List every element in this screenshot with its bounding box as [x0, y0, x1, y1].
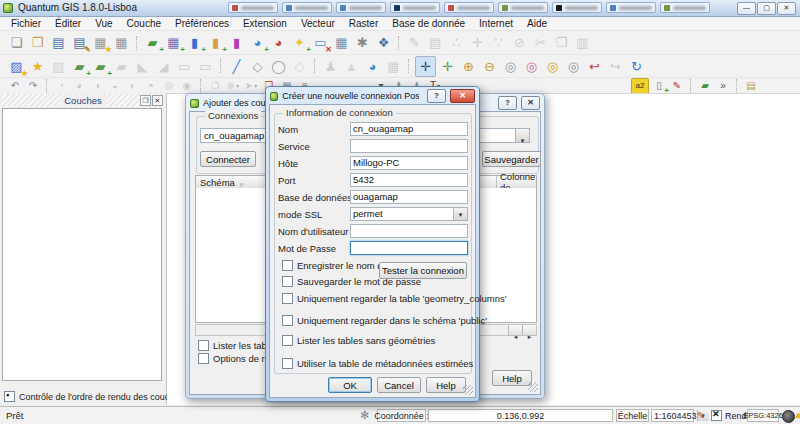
scale-combobox[interactable]: 1:1604453: [651, 409, 694, 422]
add-wms-layer-icon[interactable]: ◕+: [248, 33, 267, 52]
redo-icon[interactable]: ↷: [25, 79, 41, 93]
open-project-icon[interactable]: ❐: [28, 33, 47, 52]
measure-line-icon[interactable]: ╱: [227, 57, 246, 76]
cancel-button[interactable]: Cancel: [377, 377, 421, 393]
port-input[interactable]: 5432: [350, 173, 468, 187]
service-input[interactable]: [350, 139, 468, 153]
refresh-map-icon[interactable]: ↻: [627, 57, 646, 76]
python-console-icon[interactable]: ❖: [374, 33, 393, 52]
scroll-left-icon[interactable]: [508, 325, 522, 335]
zoom-full-icon[interactable]: ◎: [564, 57, 583, 76]
password-input[interactable]: [350, 241, 468, 255]
add-raster-layer-icon[interactable]: ▦+: [164, 33, 183, 52]
pan-map-icon[interactable]: ✛: [415, 56, 436, 77]
help-button[interactable]: ?: [427, 89, 446, 103]
scroll-right-icon[interactable]: [522, 325, 536, 335]
save-project-as-icon[interactable]: ▤✎: [70, 33, 89, 52]
zoom-out-icon[interactable]: ⊖: [480, 57, 499, 76]
search-options-checkbox[interactable]: [198, 353, 209, 364]
close-button[interactable]: ✕: [777, 2, 796, 15]
add-spatialite-layer-icon[interactable]: ▮+: [206, 33, 225, 52]
menu-item-4[interactable]: Couche: [120, 18, 168, 29]
panel-close-button[interactable]: ✕: [152, 95, 163, 106]
plugin-key-icon[interactable]: ✱: [353, 33, 372, 52]
menu-item-2[interactable]: Éditer: [48, 18, 88, 29]
menu-item-3[interactable]: Vue: [88, 18, 119, 29]
menu-item-9[interactable]: Base de donnée: [385, 18, 472, 29]
maximize-button[interactable]: ▢: [757, 2, 776, 15]
add-ring-icon[interactable]: ▰+: [70, 57, 89, 76]
show-bookmarks-icon[interactable]: ★: [28, 57, 47, 76]
window-tab-1[interactable]: [228, 2, 278, 13]
window-tab-8[interactable]: [606, 2, 656, 13]
window-tab-9[interactable]: [660, 2, 710, 13]
zoom-to-layer-icon[interactable]: ◎: [543, 57, 562, 76]
chevron-down-icon[interactable]: [453, 208, 467, 220]
menu-item-1[interactable]: Fichier: [4, 18, 48, 29]
bg-help-button[interactable]: Help: [492, 370, 532, 386]
resize-grip[interactable]: [463, 385, 473, 395]
menu-item-6[interactable]: Extension: [236, 18, 294, 29]
ok-button[interactable]: OK: [328, 377, 372, 393]
tables-without-geometry-checkbox[interactable]: [282, 335, 293, 346]
menu-item-7[interactable]: Vecteur: [294, 18, 342, 29]
window-tab-7[interactable]: [552, 2, 602, 13]
web-globe-icon[interactable]: ◕: [363, 57, 382, 76]
measure-angle-icon[interactable]: ◯: [269, 57, 288, 76]
save-password-checkbox[interactable]: [282, 276, 293, 287]
save-connection-button[interactable]: Sauvegarder: [482, 151, 541, 167]
zoom-in-icon[interactable]: ⊕: [459, 57, 478, 76]
window-tab-6[interactable]: [498, 2, 548, 13]
database-input[interactable]: ouagamap: [350, 190, 468, 204]
add-vector-layer-icon[interactable]: ▰+: [143, 33, 162, 52]
menu-item-10[interactable]: Internet: [472, 18, 520, 29]
zoom-to-selection-icon[interactable]: ◎: [522, 57, 541, 76]
resize-grip[interactable]: [528, 382, 538, 392]
gps-information-icon[interactable]: ▯+: [651, 79, 667, 93]
window-tab-2[interactable]: [282, 2, 332, 13]
schema-column-header[interactable]: Schéma: [196, 177, 235, 188]
new-project-icon[interactable]: ❏: [7, 33, 26, 52]
add-postgis-layer-icon[interactable]: ▮+: [185, 33, 204, 52]
connect-button[interactable]: Connecter: [200, 151, 256, 167]
save-username-checkbox[interactable]: [282, 260, 293, 271]
measure-area-icon[interactable]: ◇: [248, 57, 267, 76]
zoom-native-icon[interactable]: ◎: [501, 57, 520, 76]
annotation-pencil-icon[interactable]: ✎: [669, 79, 685, 93]
composer-manager-icon[interactable]: ▦: [112, 33, 131, 52]
fg-help-button[interactable]: Help: [426, 377, 466, 393]
remove-layer-icon[interactable]: ▭✕: [311, 33, 330, 52]
name-input[interactable]: cn_ouagamap: [350, 122, 468, 136]
window-tab-5[interactable]: [444, 2, 494, 13]
layers-list[interactable]: [2, 108, 162, 381]
render-order-checkbox[interactable]: [4, 391, 15, 402]
add-part-icon[interactable]: ▰+: [91, 57, 110, 76]
crs-status-button[interactable]: EPSG:4326: [747, 409, 779, 422]
open-attribute-table-icon[interactable]: ▦: [332, 33, 351, 52]
window-tab-3[interactable]: [336, 2, 386, 13]
add-oracle-layer-icon[interactable]: ▮: [227, 33, 246, 52]
menu-item-8[interactable]: Raster: [342, 18, 385, 29]
close-button[interactable]: ✕: [450, 89, 475, 103]
help-button[interactable]: ?: [498, 96, 517, 110]
zoom-last-icon[interactable]: ↩: [585, 57, 604, 76]
new-bookmark-icon[interactable]: ▨★: [7, 57, 26, 76]
add-wfs-layer-icon[interactable]: ◕: [269, 33, 288, 52]
minimize-button[interactable]: —: [737, 2, 756, 15]
close-button[interactable]: ✕: [521, 96, 540, 110]
toolbar-overflow-icon[interactable]: »: [715, 79, 731, 93]
undo-icon[interactable]: ↶: [7, 79, 23, 93]
chevron-down-icon[interactable]: [515, 129, 529, 142]
advanced-digitizing-icon[interactable]: a2: [631, 78, 649, 94]
menu-item-11[interactable]: Aide: [520, 18, 554, 29]
new-print-composer-icon[interactable]: ▦★: [91, 33, 110, 52]
menu-item-5[interactable]: Préférences: [168, 18, 236, 29]
geometry-column-header[interactable]: Colonne de: [496, 176, 536, 188]
render-checkbox[interactable]: [711, 410, 722, 421]
host-input[interactable]: Millogo-PC: [350, 156, 468, 170]
save-project-icon[interactable]: ▤: [49, 33, 68, 52]
username-input[interactable]: [350, 224, 468, 238]
estimated-metadata-checkbox[interactable]: [282, 358, 293, 369]
log-messages-icon[interactable]: ▤: [743, 79, 759, 93]
new-vector-tool-icon[interactable]: ▰: [697, 79, 713, 93]
